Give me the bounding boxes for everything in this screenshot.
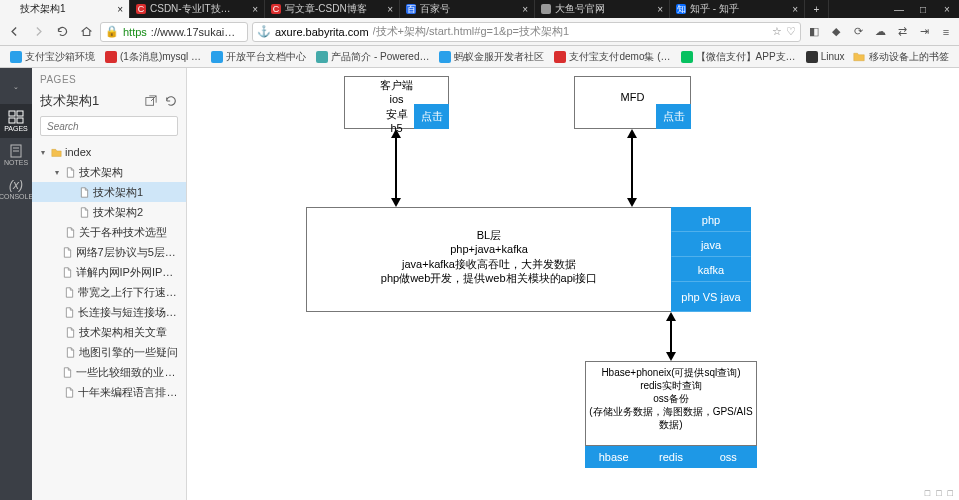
rail-toggle[interactable]: ⌄ [0, 70, 32, 104]
button-hbase[interactable]: hbase [585, 446, 642, 468]
tree-row[interactable]: 十年来编程语言排行榜 [32, 382, 186, 402]
favorite-heart-icon[interactable]: ♡ [786, 25, 796, 38]
button-redis[interactable]: redis [642, 446, 699, 468]
tree-row[interactable]: 技术架构2 [32, 202, 186, 222]
bookmark-item[interactable]: (1条消息)mysql … [101, 48, 205, 66]
open-window-icon[interactable] [144, 94, 158, 108]
extension-icon[interactable]: ◆ [827, 23, 845, 41]
tree-row[interactable]: 网络7层协议与5层协议及tcp及Ud [32, 242, 186, 262]
bookmark-label: 蚂蚁金服开发者社区 [454, 50, 544, 64]
bookmarks-folder[interactable]: 移动设备上的书签 [849, 48, 953, 66]
tree-row[interactable]: 地图引擎的一些疑问 [32, 342, 186, 362]
bookmark-item[interactable]: 开放平台文档中心 [207, 48, 310, 66]
tab-title: 写文章-CSDN博客 [285, 2, 367, 16]
bookmark-star-icon[interactable]: ☆ [772, 25, 782, 38]
bookmark-favicon [105, 51, 117, 63]
bookmark-item[interactable]: 支付宝支付demo集 (… [550, 48, 674, 66]
window-close[interactable]: × [935, 0, 959, 18]
tree-row[interactable]: 技术架构1 [32, 182, 186, 202]
window-maximize[interactable]: □ [911, 0, 935, 18]
node-bl: BL层 php+java+kafka java+kafka接收高吞吐，大并发数据… [306, 207, 672, 312]
search-input[interactable] [47, 121, 171, 132]
button-mfd[interactable]: 点击 [656, 104, 691, 129]
tab-title: CSDN-专业IT技术社区 [150, 2, 238, 16]
tree-arrow-icon[interactable]: ▾ [52, 168, 62, 177]
refresh-icon[interactable] [164, 94, 178, 108]
bookmark-favicon [439, 51, 451, 63]
browser-tab[interactable]: 百百家号× [400, 0, 535, 18]
nav-back-button[interactable] [4, 22, 24, 42]
tab-close-icon[interactable]: × [383, 4, 393, 15]
tree-row[interactable]: 详解内网IP外网IP的关联及访问互 [32, 262, 186, 282]
diagram-canvas[interactable]: 客户端 ios 安卓 h5 点击 MFD 点击 BL层 php+java+kaf… [187, 68, 959, 500]
svg-rect-7 [146, 98, 154, 106]
extension-icon[interactable]: ⇄ [893, 23, 911, 41]
tab-close-icon[interactable]: × [248, 4, 258, 15]
url-host-trunc: ://www.17sukai… [151, 26, 235, 38]
tree-arrow-icon[interactable]: ▾ [38, 148, 48, 157]
arrowhead-icon [627, 129, 637, 138]
bookmark-item[interactable]: 支付宝沙箱环境 [6, 48, 99, 66]
arrow-mfd-bl [631, 137, 633, 199]
button-kafka[interactable]: kafka [671, 257, 751, 282]
tree-row[interactable]: 技术架构相关文章 [32, 322, 186, 342]
tab-title: 知乎 - 知乎 [690, 2, 739, 16]
nav-home-button[interactable] [76, 22, 96, 42]
axure-workspace: ⌄ PAGES NOTES (x) CONSOLE PAGES 技术架构1 ▾i… [0, 68, 959, 500]
extension-icon[interactable]: ⟳ [849, 23, 867, 41]
new-tab-button[interactable]: + [805, 0, 829, 18]
nav-reload-button[interactable] [52, 22, 72, 42]
svg-rect-0 [9, 111, 15, 116]
browser-tab[interactable]: 知知乎 - 知乎× [670, 0, 805, 18]
search-box[interactable] [40, 116, 178, 136]
tree-row[interactable]: 关于各种技术选型 [32, 222, 186, 242]
arrowhead-icon [391, 129, 401, 138]
browser-tab[interactable]: 技术架构1× [0, 0, 130, 18]
panel-heading: PAGES [32, 68, 186, 90]
button-java[interactable]: java [671, 232, 751, 257]
tree-label: 关于各种技术选型 [79, 225, 167, 240]
tab-close-icon[interactable]: × [518, 4, 528, 15]
nav-forward-button[interactable] [28, 22, 48, 42]
window-minimize[interactable]: — [887, 0, 911, 18]
tree-row[interactable]: 带宽之上行下行速度理解 [32, 282, 186, 302]
extension-icon[interactable]: ☁ [871, 23, 889, 41]
button-php-vs-java[interactable]: php VS java [671, 282, 751, 312]
extension-icon[interactable]: ◧ [805, 23, 823, 41]
tab-close-icon[interactable]: × [653, 4, 663, 15]
tree-row[interactable]: 一些比较细致的业务场景疑问 [32, 362, 186, 382]
tab-title: 大鱼号官网 [555, 2, 605, 16]
bookmark-label: 【微信支付】APP支… [696, 50, 796, 64]
bookmark-item[interactable]: Linux centOS下安装F… [802, 48, 847, 66]
tree-label: 地图引擎的一些疑问 [79, 345, 178, 360]
page-tree: ▾index▾技术架构技术架构1技术架构2关于各种技术选型网络7层协议与5层协议… [32, 140, 186, 500]
canvas-status: □□□ [919, 486, 959, 500]
rail-pages[interactable]: PAGES [0, 104, 32, 138]
button-oss[interactable]: oss [700, 446, 757, 468]
left-rail: ⌄ PAGES NOTES (x) CONSOLE [0, 68, 32, 500]
browser-tab[interactable]: C写文章-CSDN博客× [265, 0, 400, 18]
bookmark-label: 支付宝沙箱环境 [25, 50, 95, 64]
arrowhead-icon [391, 198, 401, 207]
bookmark-item[interactable]: 产品简介 - Powered… [312, 48, 433, 66]
tree-row[interactable]: 长连接与短连接场景应用 [32, 302, 186, 322]
browser-tab[interactable]: CCSDN-专业IT技术社区× [130, 0, 265, 18]
tree-row[interactable]: ▾技术架构 [32, 162, 186, 182]
button-client[interactable]: 点击 [414, 104, 449, 129]
tree-row[interactable]: ▾index [32, 142, 186, 162]
extension-icon[interactable]: ⇥ [915, 23, 933, 41]
arrowhead-icon [666, 312, 676, 321]
svg-rect-3 [17, 118, 23, 123]
rail-console[interactable]: (x) CONSOLE [0, 172, 32, 206]
address-bar[interactable]: ⚓ axure.babyrita.com/技术+架构/start.html#g=… [252, 22, 801, 42]
browser-menu-button[interactable]: ≡ [937, 23, 955, 41]
bookmark-favicon [681, 51, 693, 63]
browser-tabstrip: 技术架构1×CCSDN-专业IT技术社区×C写文章-CSDN博客×百百家号×大鱼… [0, 0, 959, 18]
browser-tab[interactable]: 大鱼号官网× [535, 0, 670, 18]
bookmark-item[interactable]: 【微信支付】APP支… [677, 48, 800, 66]
rail-notes[interactable]: NOTES [0, 138, 32, 172]
tab-close-icon[interactable]: × [788, 4, 798, 15]
bookmark-item[interactable]: 蚂蚁金服开发者社区 [435, 48, 548, 66]
tab-close-icon[interactable]: × [113, 4, 123, 15]
button-php[interactable]: php [671, 207, 751, 232]
